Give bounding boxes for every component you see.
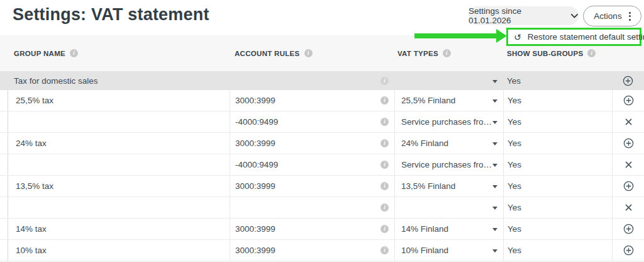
vat-settings-table: GROUP NAME i ACCOUNT RULES i VAT TYPES i… — [0, 35, 644, 261]
chevron-down-icon — [492, 207, 497, 210]
vat-type-dropdown[interactable]: Service purchases from out… — [394, 111, 503, 132]
table-row: 13,5% tax 3000:3999 i 13,5% Finland Yes — [0, 176, 644, 197]
vat-type-dropdown[interactable]: 24% Finland — [394, 133, 503, 154]
account-rule-text: -4000:9499 — [235, 160, 278, 169]
table-row: 14% tax 3000:3999 i 14% Finland Yes — [0, 219, 644, 240]
info-icon[interactable]: i — [380, 118, 389, 126]
chevron-down-icon — [492, 228, 497, 231]
group-name-cell: 24% tax — [8, 133, 230, 154]
show-subgroups-value: Yes — [507, 76, 521, 86]
vat-type-dropdown[interactable]: 10% Finland — [394, 240, 503, 261]
vat-type-text: 14% Finland — [401, 224, 448, 234]
group-name-text: 14% tax — [16, 224, 47, 234]
show-subgroups-value: Yes — [508, 160, 521, 169]
account-rules-cell[interactable]: 3000:3999 i — [230, 133, 394, 154]
row-action-cell[interactable] — [612, 154, 644, 175]
account-rule-text: 3000:3999 — [235, 96, 275, 105]
show-subgroups-cell[interactable]: Yes — [503, 240, 612, 261]
actions-label: Actions — [594, 11, 621, 21]
show-subgroups-cell[interactable]: Yes — [503, 197, 612, 218]
chevron-down-icon — [492, 80, 497, 83]
row-indent — [0, 219, 8, 239]
vat-type-text: 13,5% Finland — [401, 181, 455, 191]
group-name-cell: 14% tax — [8, 219, 230, 239]
column-header-group-name: GROUP NAME i — [0, 49, 230, 57]
vat-type-text: Service purchases from out… — [401, 160, 492, 169]
chevron-down-icon — [492, 142, 497, 145]
account-rules-cell[interactable]: -4000:9499 i — [230, 154, 394, 175]
show-subgroups-cell[interactable]: Yes — [503, 71, 612, 90]
chevron-down-icon — [492, 164, 497, 167]
info-icon[interactable]: i — [380, 139, 389, 147]
account-rules-cell[interactable]: i — [230, 197, 394, 218]
add-circle-icon[interactable] — [623, 138, 634, 149]
info-icon[interactable]: i — [380, 161, 389, 169]
info-icon[interactable]: i — [70, 49, 78, 57]
info-icon[interactable]: i — [443, 49, 451, 57]
row-indent — [0, 133, 8, 154]
row-action-cell[interactable] — [612, 111, 644, 132]
vat-type-dropdown[interactable]: 14% Finland — [394, 219, 503, 239]
show-subgroups-cell[interactable]: Yes — [503, 111, 612, 132]
info-icon[interactable]: i — [380, 77, 389, 85]
row-action-cell[interactable] — [612, 90, 644, 111]
group-name-text: 10% tax — [16, 246, 47, 255]
table-row: -4000:9499 i Service purchases from out…… — [0, 154, 644, 176]
row-action-cell[interactable] — [612, 240, 644, 261]
settings-since-dropdown-button[interactable]: Settings since 01.01.2026 — [469, 6, 579, 25]
info-icon[interactable]: i — [380, 246, 389, 254]
chevron-down-icon — [492, 100, 497, 103]
add-circle-icon[interactable] — [623, 76, 633, 86]
row-action-cell[interactable] — [612, 176, 644, 196]
row-action-cell[interactable] — [612, 219, 644, 239]
account-rules-cell[interactable]: 3000:3999 i — [230, 219, 394, 239]
page-title: Settings: VAT statement — [13, 5, 209, 25]
row-action-cell[interactable] — [612, 133, 644, 154]
info-icon[interactable]: i — [380, 225, 389, 233]
add-circle-icon[interactable] — [623, 245, 634, 256]
column-header-vat-types: VAT TYPES i — [394, 49, 503, 57]
menu-item-restore-default-settings[interactable]: ↺ Restore statement default settings — [506, 28, 641, 46]
add-circle-icon[interactable] — [623, 95, 634, 106]
remove-x-icon[interactable] — [625, 204, 632, 211]
info-icon[interactable]: i — [380, 203, 389, 212]
info-icon[interactable]: i — [587, 49, 596, 57]
vat-type-text: 10% Finland — [401, 246, 448, 255]
actions-button[interactable]: Actions — [583, 6, 641, 26]
account-rules-cell[interactable]: i — [230, 71, 394, 90]
show-subgroups-cell[interactable]: Yes — [503, 176, 612, 196]
vat-type-dropdown[interactable] — [394, 197, 503, 218]
add-circle-icon[interactable] — [623, 224, 634, 234]
settings-since-label: Settings since 01.01.2026 — [469, 6, 565, 25]
row-indent — [0, 197, 8, 218]
restore-icon: ↺ — [514, 33, 521, 42]
vat-type-text: 25,5% Finland — [401, 96, 455, 105]
vat-type-dropdown[interactable]: Service purchases from out… — [394, 154, 503, 175]
table-row: i Yes — [0, 197, 644, 219]
group-name-cell: 25,5% tax — [8, 90, 230, 111]
vat-type-dropdown[interactable]: 13,5% Finland — [394, 176, 503, 196]
info-icon[interactable]: i — [380, 182, 389, 190]
account-rules-cell[interactable]: 3000:3999 i — [230, 240, 394, 261]
group-name-text: 24% tax — [16, 139, 47, 148]
remove-x-icon[interactable] — [625, 118, 632, 125]
show-subgroups-cell[interactable]: Yes — [503, 154, 612, 175]
account-rule-text: -4000:9499 — [235, 117, 278, 127]
info-icon[interactable]: i — [304, 49, 313, 57]
table-row: 10% tax 3000:3999 i 10% Finland Yes — [0, 240, 644, 261]
remove-x-icon[interactable] — [625, 161, 632, 168]
row-indent — [0, 240, 8, 261]
row-action-cell[interactable] — [612, 71, 644, 90]
vat-type-dropdown[interactable] — [394, 71, 503, 90]
show-subgroups-cell[interactable]: Yes — [503, 90, 612, 111]
add-circle-icon[interactable] — [623, 181, 634, 191]
show-subgroups-value: Yes — [508, 96, 521, 105]
account-rules-cell[interactable]: 3000:3999 i — [230, 90, 394, 111]
account-rules-cell[interactable]: -4000:9499 i — [230, 111, 394, 132]
account-rules-cell[interactable]: 3000:3999 i — [230, 176, 394, 196]
vat-type-dropdown[interactable]: 25,5% Finland — [394, 90, 503, 111]
show-subgroups-cell[interactable]: Yes — [503, 219, 612, 239]
show-subgroups-cell[interactable]: Yes — [503, 133, 612, 154]
info-icon[interactable]: i — [380, 96, 389, 105]
row-action-cell[interactable] — [612, 197, 644, 218]
